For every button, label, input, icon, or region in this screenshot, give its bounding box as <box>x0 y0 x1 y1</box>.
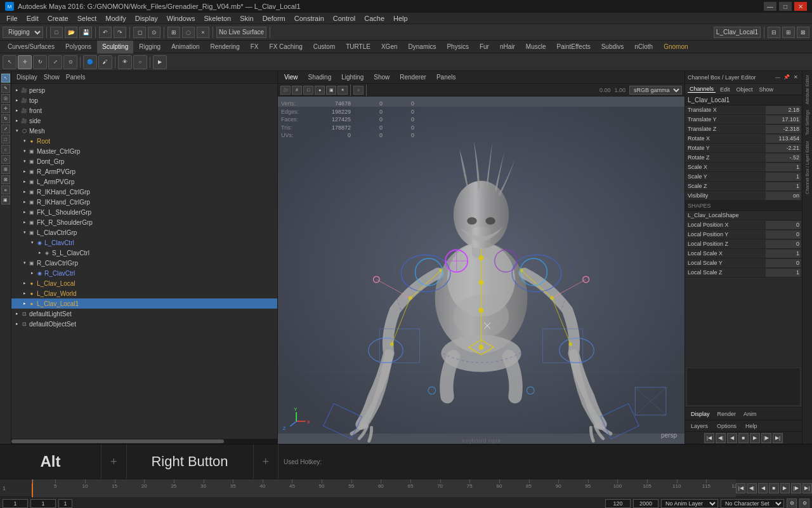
toggle-panel-btn3[interactable]: ⊠ <box>797 27 809 38</box>
expand-arrow[interactable]: ▾ <box>22 148 28 154</box>
channel-row-translate-y[interactable]: Translate Y17.101 <box>685 115 802 124</box>
menu-item-skeleton[interactable]: Skeleton <box>200 13 235 23</box>
scale-tool-btn[interactable]: ⤢ <box>48 55 62 69</box>
expand-arrow[interactable]: ▸ <box>37 250 43 256</box>
mode-tab-polygons[interactable]: Polygons <box>60 41 96 53</box>
expand-arrow[interactable]: ▸ <box>22 199 28 205</box>
current-frame-input[interactable] <box>30 499 56 508</box>
shape-channel-row[interactable]: Local Scale Y0 <box>685 258 802 268</box>
channel-value[interactable]: 17.101 <box>766 116 801 124</box>
step-forward-btn[interactable]: |▶ <box>761 433 771 443</box>
mode-tab-sculpting[interactable]: Sculpting <box>97 41 133 53</box>
scroll-thumb[interactable] <box>11 439 224 443</box>
ch-tab-edit[interactable]: Edit <box>718 86 732 93</box>
layer-tab-options[interactable]: Options <box>714 423 740 429</box>
char-set-select[interactable]: No Character Set <box>721 499 784 508</box>
tl-step-back-btn[interactable]: ◀| <box>747 483 756 493</box>
render-btn[interactable]: ▶ <box>153 55 167 69</box>
channel-value[interactable]: -2.318 <box>766 125 801 133</box>
outliner-item-defaultobjectset[interactable]: ▸⊡defaultObjectSet <box>11 319 277 329</box>
color-space-select[interactable]: sRGB gamma <box>629 86 682 95</box>
expand-arrow[interactable]: ▸ <box>14 87 20 93</box>
toggle-panel-btn1[interactable]: ⊟ <box>768 27 780 38</box>
menu-item-skin[interactable]: Skin <box>236 13 257 23</box>
vp-smooth-btn[interactable]: ● <box>315 86 325 95</box>
channel-value[interactable]: 2.18 <box>766 106 801 114</box>
tl-step-fwd-btn[interactable]: |▶ <box>791 483 801 493</box>
menu-item-help[interactable]: Help <box>390 13 412 23</box>
mode-tab-rendering[interactable]: Rendering <box>206 41 245 53</box>
outliner-item-s-l-clavctrl[interactable]: ▸◈S_L_ClavCtrl <box>11 248 277 258</box>
expand-arrow[interactable]: ▸ <box>14 321 20 327</box>
outliner-item-l-clav-local1[interactable]: ▸●L_Clav_Local1 <box>11 298 277 309</box>
select-tool-btn[interactable]: ↖ <box>3 55 16 69</box>
menu-item-create[interactable]: Create <box>44 13 72 23</box>
outliner-item-l-clav-world[interactable]: ▸●L_Clav_World <box>11 288 277 298</box>
channel-row-scale-x[interactable]: Scale X1 <box>685 163 802 172</box>
shape-channel-value[interactable]: 0 <box>766 240 801 248</box>
expand-arrow[interactable]: ▸ <box>14 107 20 114</box>
soft-sel-btn[interactable]: 🔵 <box>83 55 97 69</box>
char-set-settings-btn[interactable]: ⚙ <box>799 498 809 509</box>
expand-arrow[interactable]: ▸ <box>29 270 36 276</box>
outliner-item-r-clavctrl[interactable]: ▸◉R_ClavCtrl <box>11 268 277 278</box>
outliner-item-r-ikhand-ctrlgrp[interactable]: ▸▣R_IKHand_CtrlGrp <box>11 197 277 207</box>
new-scene-btn[interactable]: □ <box>50 27 63 38</box>
expand-arrow[interactable]: ▾ <box>22 138 28 144</box>
rotate-tool-btn[interactable]: ↻ <box>33 55 47 69</box>
outliner-display-btn[interactable]: Display <box>14 74 40 81</box>
generic-strip-btn1[interactable]: □ <box>1 135 10 144</box>
mode-tab-dynamics[interactable]: Dynamics <box>403 41 442 53</box>
outliner-item-r-ikhand-ctrlgrp[interactable]: ▸▣R_IKHand_CtrlGrp <box>11 187 277 197</box>
move-strip-btn[interactable]: ✛ <box>1 104 10 113</box>
stop-btn[interactable]: ■ <box>738 433 749 443</box>
mode-tab-xgen[interactable]: XGen <box>376 41 403 53</box>
expand-arrow[interactable]: ▸ <box>22 219 28 225</box>
menu-item-cache[interactable]: Cache <box>360 13 388 23</box>
universal-manip-btn[interactable]: ⊙ <box>63 55 77 69</box>
channel-row-visibility[interactable]: Visibilityon <box>685 191 802 201</box>
isolation-btn[interactable]: ○ <box>133 55 147 69</box>
ch-pin-btn[interactable]: 📌 <box>783 74 790 81</box>
ch-minimize-btn[interactable]: — <box>774 74 782 81</box>
menu-item-file[interactable]: File <box>3 13 22 23</box>
timeline-ruler[interactable]: 5101520253035404550556065707580859095100… <box>32 479 736 497</box>
mode-tab-animation[interactable]: Animation <box>166 41 204 53</box>
mode-tab-rigging[interactable]: Rigging <box>134 41 166 53</box>
generic-strip-btn5[interactable]: ⊠ <box>1 175 10 184</box>
outliner-item-l-clavctrl[interactable]: ▾◉L_ClavCtrl <box>11 237 277 248</box>
expand-arrow[interactable]: ▸ <box>14 97 20 104</box>
vp-wireframe-btn[interactable]: □ <box>303 86 313 95</box>
channel-value[interactable]: -.52 <box>766 154 801 162</box>
generic-strip-btn6[interactable]: ≡ <box>1 185 10 194</box>
attribute-editor-tab[interactable]: Attribute Editor <box>804 72 811 107</box>
maximize-button[interactable]: □ <box>779 2 792 11</box>
menu-item-modify[interactable]: Modify <box>102 13 129 23</box>
start-frame-input[interactable] <box>3 499 28 508</box>
mode-tab-fur[interactable]: Fur <box>475 41 494 53</box>
display-tab-render[interactable]: Render <box>714 411 740 417</box>
channel-row-translate-x[interactable]: Translate X2.18 <box>685 105 802 115</box>
play-back-btn[interactable]: ◀ <box>727 433 737 443</box>
mode-tab-physics[interactable]: Physics <box>442 41 473 53</box>
outliner-item-l-clavctrlgrp[interactable]: ▾▣L_ClavCtrlGrp <box>11 227 277 237</box>
mode-tab-gnomon[interactable]: Gnomon <box>658 41 693 53</box>
shape-channel-row[interactable]: Local Position Z0 <box>685 239 802 249</box>
save-btn[interactable]: 💾 <box>79 27 92 38</box>
tl-play-back-btn[interactable]: ◀ <box>758 483 768 493</box>
minimize-button[interactable]: — <box>764 2 776 11</box>
anim-layer-settings-btn[interactable]: ⚙ <box>787 498 797 509</box>
mode-tab-curves-surfaces[interactable]: Curves/Surfaces <box>3 41 60 53</box>
outliner-item-root[interactable]: ▾●Root <box>11 136 277 146</box>
viewport-tab-lighting[interactable]: Lighting <box>337 74 367 81</box>
channel-row-rotate-z[interactable]: Rotate Z-.52 <box>685 153 802 163</box>
tl-stop-btn[interactable]: ■ <box>769 483 778 493</box>
sculpt-strip-btn[interactable]: ◎ <box>1 94 10 103</box>
shape-channel-value[interactable]: 0 <box>766 221 801 229</box>
expand-arrow[interactable]: ▾ <box>22 229 28 236</box>
display-tab-display[interactable]: Display <box>688 411 713 417</box>
expand-arrow[interactable]: ▸ <box>22 280 28 286</box>
tl-play-btn[interactable]: ▶ <box>780 483 790 493</box>
expand-arrow[interactable]: ▾ <box>29 239 36 246</box>
outliner-item-r-clavctrlgrp[interactable]: ▾▣R_ClavCtrlGrp <box>11 258 277 268</box>
